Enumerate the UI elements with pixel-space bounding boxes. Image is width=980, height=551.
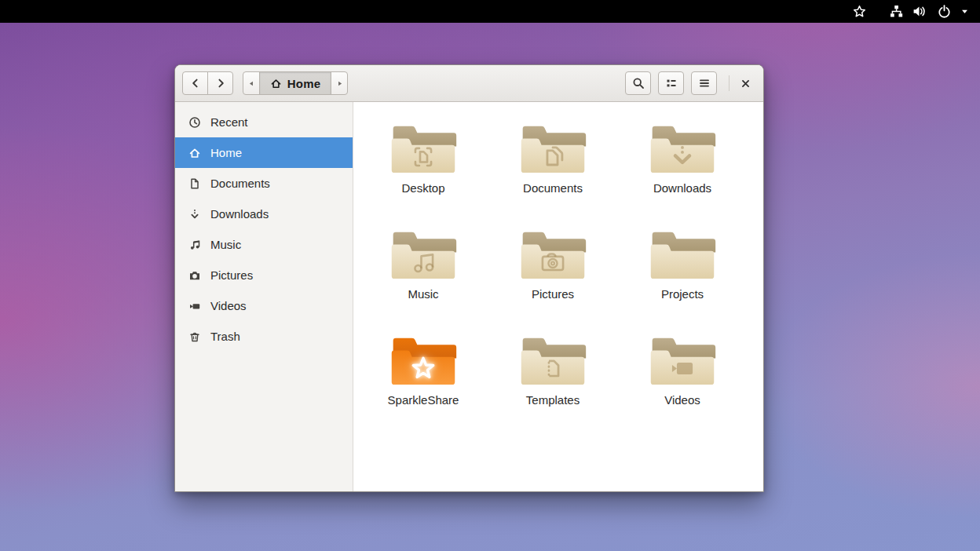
file-item-pictures[interactable]: Pictures (506, 224, 600, 301)
list-view-icon (665, 77, 678, 89)
file-item-documents[interactable]: Documents (506, 118, 600, 195)
file-name: Videos (664, 393, 700, 407)
header-bar: Home (175, 65, 763, 102)
close-window-button[interactable] (734, 72, 756, 94)
downloads-icon (188, 208, 201, 221)
sidebar-item-label: Recent (210, 115, 248, 129)
search-button[interactable] (625, 71, 651, 95)
chevron-left-icon (189, 77, 202, 89)
file-item-downloads[interactable]: Downloads (635, 118, 730, 195)
volume-icon[interactable] (912, 0, 926, 23)
hamburger-menu-icon (698, 77, 711, 89)
folder-icon (387, 330, 459, 389)
path-bar: Home (243, 71, 348, 95)
sidebar-item-trash[interactable]: Trash (175, 321, 353, 352)
trash-icon (188, 330, 201, 343)
file-name: Music (408, 287, 438, 301)
file-item-templates[interactable]: Templates (506, 330, 600, 407)
folder-icon (517, 330, 589, 389)
folder-icon (387, 118, 459, 177)
sidebar-item-label: Downloads (210, 207, 269, 221)
music-icon (188, 239, 201, 251)
home-icon (188, 147, 201, 159)
top-system-bar (0, 0, 980, 23)
close-icon (740, 78, 751, 89)
header-actions (618, 71, 756, 95)
history-nav-group (182, 71, 233, 95)
sidebar-item-videos[interactable]: Videos (175, 290, 353, 321)
sidebar-item-home[interactable]: Home (175, 137, 353, 168)
sidebar-item-label: Trash (210, 330, 240, 343)
file-item-videos[interactable]: Videos (635, 330, 730, 407)
file-name: Downloads (653, 181, 711, 195)
sidebar-item-recent[interactable]: Recent (175, 107, 353, 137)
chevron-right-icon (214, 77, 227, 89)
system-tray (853, 0, 969, 23)
file-name: Desktop (401, 181, 444, 195)
sidebar-item-documents[interactable]: Documents (175, 168, 353, 199)
sidebar-item-music[interactable]: Music (175, 229, 353, 260)
folder-icon (517, 118, 589, 177)
view-toggle-button[interactable] (658, 71, 684, 95)
network-icon[interactable] (890, 0, 903, 23)
triangle-left-icon (247, 78, 257, 89)
search-icon (632, 77, 645, 89)
sidebar-item-downloads[interactable]: Downloads (175, 199, 353, 229)
file-item-desktop[interactable]: Desktop (376, 118, 470, 195)
recent-icon (188, 116, 201, 129)
places-sidebar: Recent Home Documents Downloads Music Pi… (175, 102, 353, 491)
home-icon (270, 78, 282, 89)
pictures-icon (188, 269, 201, 282)
sidebar-item-label: Videos (210, 299, 247, 312)
favorites-star-icon[interactable] (853, 0, 866, 23)
folder-icon (387, 224, 459, 283)
path-button-label: Home (287, 77, 320, 90)
folder-icon (646, 224, 719, 283)
caret-down-icon[interactable] (960, 0, 969, 23)
path-button-home[interactable]: Home (259, 71, 331, 95)
power-icon[interactable] (938, 0, 951, 23)
folder-icon (646, 118, 719, 177)
header-separator (729, 75, 730, 91)
videos-icon (188, 300, 201, 312)
file-name: Documents (523, 181, 583, 195)
sidebar-item-label: Music (210, 238, 241, 251)
folder-icon (646, 330, 719, 389)
sidebar-item-label: Documents (210, 177, 270, 190)
file-item-projects[interactable]: Projects (635, 224, 730, 301)
sidebar-item-pictures[interactable]: Pictures (175, 260, 353, 290)
triangle-right-icon (335, 78, 345, 89)
path-scroll-right-button[interactable] (331, 71, 348, 95)
file-name: SparkleShare (388, 393, 459, 407)
documents-icon (188, 177, 201, 190)
sidebar-item-label: Pictures (210, 268, 253, 282)
file-item-sparkleshare[interactable]: SparkleShare (376, 330, 470, 407)
file-name: Pictures (532, 287, 574, 301)
path-scroll-left-button[interactable] (243, 71, 260, 95)
folder-icon (517, 224, 589, 283)
file-item-music[interactable]: Music (376, 224, 470, 301)
sidebar-item-label: Home (210, 146, 242, 159)
menu-button[interactable] (691, 71, 717, 95)
file-manager-window: Home Recent Home Documents (174, 64, 764, 492)
back-button[interactable] (182, 71, 208, 95)
forward-button[interactable] (207, 71, 233, 95)
file-name: Projects (661, 287, 704, 301)
file-name: Templates (526, 393, 580, 407)
file-grid-view[interactable]: Desktop Documents Down (353, 102, 763, 491)
